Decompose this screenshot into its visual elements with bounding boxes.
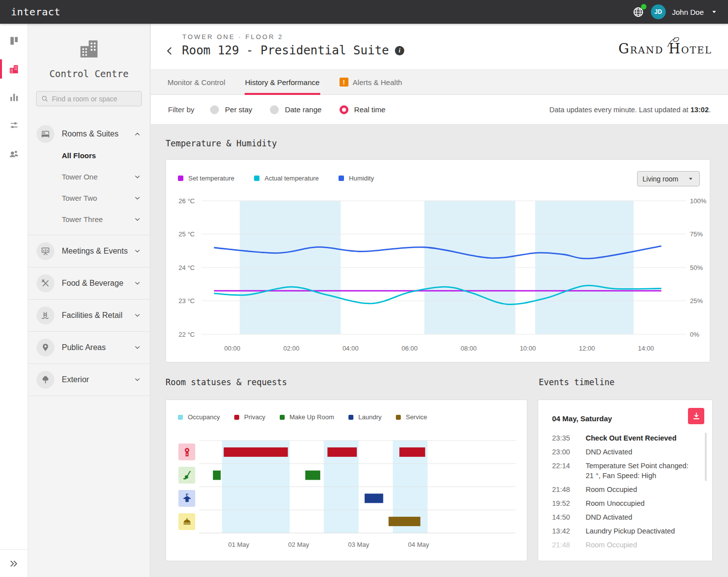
event-time: 23:35 [552,433,578,443]
info-icon[interactable]: i [395,46,404,55]
svg-text:24 °C: 24 °C [178,264,195,271]
last-updated-time: 13:02 [690,106,709,114]
sidebar-item-label: Exterior [62,375,133,384]
search-input[interactable] [52,95,137,103]
event-text: Room Occupied [578,540,637,550]
events-scrollbar[interactable] [705,433,707,481]
svg-text:23 °C: 23 °C [178,297,195,305]
svg-text:04:00: 04:00 [343,345,359,352]
chevron-down-icon [133,279,141,287]
events-timeline-card: 04 May, Saturday 23:35 Check Out Event R… [538,399,713,561]
sidebar-item-label: Public Areas [62,343,133,352]
sidebar-subitem-label: All Floors [62,151,96,160]
sidebar-subitem-tower-two[interactable]: Tower Two [28,187,150,209]
room-title-text: Room 129 - Presidential Suite [182,44,389,57]
svg-text:08:00: 08:00 [461,345,477,352]
statuses-section-title: Room statuses & requests [166,377,287,387]
sidebar-item-exterior[interactable]: Exterior [28,369,150,391]
control-centre-header: Control Centre [28,24,150,79]
back-button[interactable] [164,45,175,56]
brand-flourish-icon [666,35,683,48]
tab-monitor-control[interactable]: Monitor & Control [167,70,226,94]
svg-text:26 °C: 26 °C [178,197,195,205]
rail-item-bar-chart[interactable] [0,83,28,111]
svg-text:75%: 75% [690,230,703,238]
sidebar-item-rooms-suites[interactable]: Rooms & Suites [28,123,150,145]
room-statuses-chart: 01 May02 May03 May04 May [166,400,527,561]
sidebar-subitem-tower-one[interactable]: Tower One [28,166,150,187]
page-title: Room 129 - Presidential Suite i [182,44,404,57]
event-time: 13:42 [552,526,578,536]
svg-text:03 May: 03 May [348,541,369,548]
event-text: Temperature Set Point changed: 21 °, Fan… [578,461,694,481]
pool-icon [37,307,54,324]
radio-selected-icon [340,105,348,114]
event-time: 22:14 [552,461,578,481]
buildings-icon [8,64,19,75]
svg-text:25 °C: 25 °C [178,230,195,238]
sidebar-subitem-label: Tower One [62,173,98,181]
filter-option-label: Real time [354,105,385,114]
svg-text:14:00: 14:00 [638,345,654,352]
svg-text:22 °C: 22 °C [178,331,195,338]
sidebar: Control Centre Rooms & Suites All Floors… [28,24,150,577]
page-body: Temperature & Humidity Set temperature A… [151,125,728,577]
interact-logo: interact [11,6,60,18]
sidebar-item-food-beverage[interactable]: Food & Beverage [28,272,150,294]
svg-text:100%: 100% [690,197,707,205]
page-header: TOWER ONE · FLOOR 2 Room 129 - President… [151,24,728,69]
rail-item-sliders[interactable] [0,111,28,139]
sidebar-item-label: Facilities & Retail [62,311,133,320]
user-menu-caret[interactable] [710,8,718,16]
event-row: 22:14 Temperature Set Point changed: 21 … [552,459,694,483]
brand-text: OTEL [681,44,712,55]
event-time: 21:48 [552,485,578,494]
filter-option-real-time[interactable]: Real time [340,105,385,114]
event-text: Check Out Event Recieved [578,433,677,443]
brand-text: H [669,41,682,56]
tab-history-performance[interactable]: History & Performance [245,70,320,94]
chevron-down-icon [133,344,141,352]
sidebar-subitem-tower-three[interactable]: Tower Three [28,209,150,230]
svg-text:02 May: 02 May [288,541,309,548]
sidebar-section: Meetings & Events [28,235,150,267]
bed-icon [37,125,54,143]
sidebar-title: Control Centre [28,68,150,79]
event-row: 23:00 DND Activated [552,445,694,459]
radio-unselected-icon [270,105,279,114]
brand-text: G [618,41,630,56]
tree-icon [37,371,54,389]
expand-rail-button[interactable] [0,549,28,577]
download-button[interactable] [688,408,704,424]
sidebar-item-public-areas[interactable]: Public Areas [28,337,150,358]
sidebar-subitem-all-floors[interactable]: All Floors [28,145,150,166]
svg-text:01 May: 01 May [228,541,250,548]
online-status-dot [641,4,646,9]
event-row: 13:42 Laundry Pickup Deactivated [552,524,694,538]
download-icon [691,411,701,421]
chevron-up-icon [133,130,141,138]
filter-option-date-range[interactable]: Date range [270,105,321,114]
event-row: 19:52 Room Unoccupied [552,496,694,510]
rail-item-buildings[interactable] [0,55,28,83]
globe-icon[interactable] [632,6,644,18]
svg-text:25%: 25% [690,297,703,305]
bar-chart-icon [9,92,19,102]
rail-item-users[interactable] [0,139,28,168]
event-time: 14:50 [552,512,578,522]
event-row: 14:50 DND Activated [552,510,694,524]
event-row: 23:35 Check Out Event Recieved [552,431,694,445]
sidebar-section: Exterior [28,364,150,396]
room-search[interactable] [36,91,142,106]
filter-option-per-stay[interactable]: Per stay [210,105,252,114]
rail-item-dashboard[interactable] [0,27,28,55]
svg-text:10:00: 10:00 [520,345,536,352]
sidebar-item-meetings-events[interactable]: Meetings & Events [28,240,150,262]
svg-text:02:00: 02:00 [283,345,300,352]
svg-text:50%: 50% [690,264,703,271]
tab-alerts-health[interactable]: !Alerts & Health [339,70,403,94]
sidebar-section: Food & Beverage [28,267,150,300]
sidebar-item-facilities-retail[interactable]: Facilities & Retail [28,305,150,326]
events-list: 23:35 Check Out Event Recieved23:00 DND … [552,431,694,552]
avatar[interactable]: JD [651,4,666,19]
